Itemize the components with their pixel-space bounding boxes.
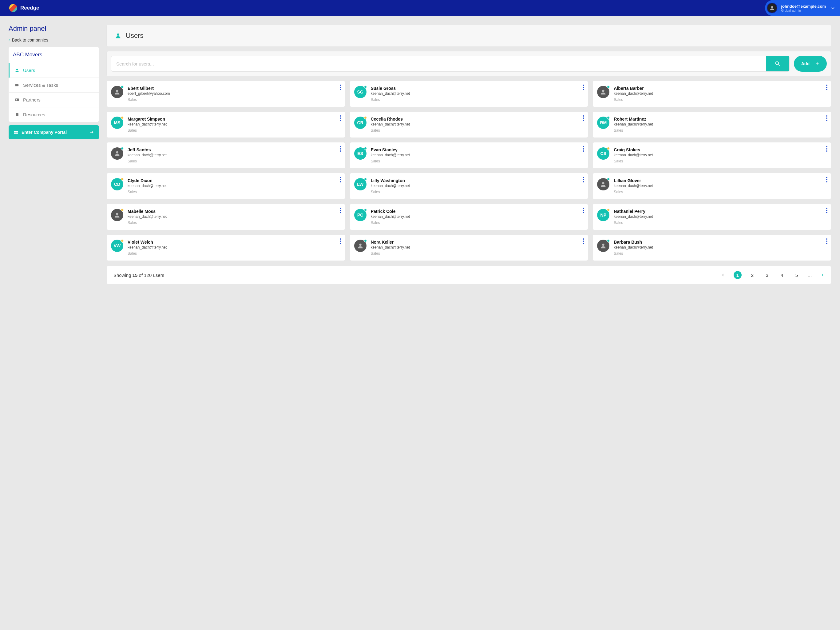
arrow-right-icon: [89, 130, 94, 135]
user-card[interactable]: MSMargaret Simpsonkeenan_dach@terry.netS…: [106, 111, 345, 138]
user-role: Sales: [128, 159, 167, 163]
card-menu-button[interactable]: [826, 207, 827, 213]
card-menu-button[interactable]: [583, 116, 584, 121]
book-icon: [14, 112, 19, 117]
user-card[interactable]: CRCecelia Rhodeskeenan_dach@terry.netSal…: [350, 111, 589, 138]
avatar: CS: [597, 147, 609, 160]
enter-company-portal-button[interactable]: Enter Company Portal: [9, 125, 99, 139]
user-card[interactable]: NPNathaniel Perrykeenan_dach@terry.netSa…: [592, 204, 831, 230]
user-card-body: Nathaniel Perrykeenan_dach@terry.netSale…: [614, 209, 653, 225]
user-card[interactable]: CDClyde Dixonkeenan_dach@terry.netSales: [106, 173, 345, 199]
search-button[interactable]: [766, 56, 789, 71]
user-name: Evan Stanley: [371, 147, 410, 152]
user-card[interactable]: LWLilly Washingtonkeenan_dach@terry.netS…: [350, 173, 589, 199]
user-card-body: Nora Kellerkeenan_dach@terry.netSales: [371, 240, 410, 256]
card-menu-button[interactable]: [583, 146, 584, 152]
user-card[interactable]: Jeff Santoskeenan_dach@terry.netSales: [106, 142, 345, 169]
sidebar-item-resources[interactable]: Resources: [9, 108, 99, 122]
user-card-body: Jeff Santoskeenan_dach@terry.netSales: [128, 147, 167, 163]
user-email: keenan_dach@terry.net: [614, 122, 653, 127]
user-icon: [115, 32, 122, 39]
status-dot-icon: [364, 147, 367, 150]
user-card-body: Patrick Colekeenan_dach@terry.netSales: [371, 209, 410, 225]
sidebar-item-users[interactable]: Users: [9, 63, 99, 78]
user-card[interactable]: RMRobert Martinezkeenan_dach@terry.netSa…: [592, 111, 831, 138]
user-card-body: Margaret Simpsonkeenan_dach@terry.netSal…: [128, 117, 167, 133]
svg-rect-6: [14, 133, 16, 134]
page-number[interactable]: 5: [793, 271, 801, 279]
user-card[interactable]: VWViolet Welchkeenan_dach@terry.netSales: [106, 234, 345, 261]
page-prev-button[interactable]: [721, 272, 727, 278]
user-name: Ebert Gilbert: [128, 86, 170, 91]
user-email: keenan_dach@terry.net: [614, 245, 653, 250]
card-menu-button[interactable]: [340, 85, 341, 90]
sidebar-item-services-tasks[interactable]: Services & Tasks: [9, 78, 99, 93]
user-card[interactable]: Nora Kellerkeenan_dach@terry.netSales: [350, 234, 589, 261]
svg-point-1: [16, 69, 18, 70]
avatar: VW: [111, 240, 123, 252]
add-user-button[interactable]: Add: [794, 56, 827, 72]
page-number[interactable]: 2: [748, 271, 756, 279]
page-title: Users: [126, 32, 143, 40]
status-dot-icon: [364, 85, 367, 88]
user-card[interactable]: Lillian Gloverkeenan_dach@terry.netSales: [592, 173, 831, 199]
svg-point-12: [116, 151, 118, 154]
back-link-label: Back to companies: [12, 38, 48, 43]
card-menu-button[interactable]: [583, 177, 584, 182]
card-menu-button[interactable]: [583, 238, 584, 244]
card-menu-button[interactable]: [826, 238, 827, 244]
user-role: Global admin: [781, 9, 826, 12]
user-email: keenan_dach@terry.net: [128, 214, 167, 219]
card-menu-button[interactable]: [340, 238, 341, 244]
user-card-body: Clyde Dixonkeenan_dach@terry.netSales: [128, 178, 167, 194]
user-card[interactable]: ESEvan Stanleykeenan_dach@terry.netSales: [350, 142, 589, 169]
sidebar-item-label: Partners: [23, 97, 41, 103]
user-card-body: Violet Welchkeenan_dach@terry.netSales: [128, 240, 167, 256]
plus-icon: [815, 62, 819, 66]
user-card[interactable]: Barbara Bushkeenan_dach@terry.netSales: [592, 234, 831, 261]
user-card[interactable]: Mabelle Mosskeenan_dach@terry.netSales: [106, 204, 345, 230]
page-number[interactable]: 1: [734, 271, 742, 279]
user-card[interactable]: SGSusie Grosskeenan_dach@terry.netSales: [350, 81, 589, 107]
page-number[interactable]: 4: [778, 271, 786, 279]
svg-point-0: [771, 6, 773, 8]
card-menu-button[interactable]: [826, 85, 827, 90]
user-email: keenan_dach@terry.net: [128, 184, 167, 188]
card-menu-button[interactable]: [340, 207, 341, 213]
user-email: johndoe@example.com: [781, 4, 826, 9]
card-menu-button[interactable]: [340, 116, 341, 121]
user-card[interactable]: Ebert Gilbertebert_gilbert@yahoo.comSale…: [106, 81, 345, 107]
avatar: [354, 240, 366, 252]
card-menu-button[interactable]: [340, 177, 341, 182]
user-email: keenan_dach@terry.net: [614, 91, 653, 96]
card-menu-button[interactable]: [340, 146, 341, 152]
avatar: [597, 86, 609, 98]
svg-rect-2: [15, 98, 19, 101]
svg-point-9: [775, 62, 778, 65]
user-name: Patrick Cole: [371, 209, 410, 214]
user-card[interactable]: PCPatrick Colekeenan_dach@terry.netSales: [350, 204, 589, 230]
sidebar-item-label: Resources: [23, 112, 45, 117]
search-icon: [775, 60, 781, 67]
card-menu-button[interactable]: [826, 146, 827, 152]
avatar: ES: [354, 147, 366, 160]
page-next-button[interactable]: [819, 272, 824, 278]
card-menu-button[interactable]: [826, 116, 827, 121]
card-menu-button[interactable]: [583, 85, 584, 90]
page-number[interactable]: 3: [763, 271, 771, 279]
card-menu-button[interactable]: [826, 177, 827, 182]
card-menu-button[interactable]: [583, 207, 584, 213]
svg-rect-4: [14, 131, 16, 132]
search-input[interactable]: [111, 56, 766, 71]
user-role: Sales: [371, 128, 410, 133]
user-name: Mabelle Moss: [128, 209, 167, 214]
avatar: LW: [354, 178, 366, 190]
status-dot-icon: [364, 178, 367, 180]
user-role: Sales: [614, 128, 653, 133]
user-card-body: Lilly Washingtonkeenan_dach@terry.netSal…: [371, 178, 410, 194]
user-card[interactable]: Alberta Barberkeenan_dach@terry.netSales: [592, 81, 831, 107]
current-user-chip[interactable]: johndoe@example.com Global admin: [765, 0, 840, 16]
sidebar-item-partners[interactable]: Partners: [9, 93, 99, 108]
user-card[interactable]: CSCraig Stokeskeenan_dach@terry.netSales: [592, 142, 831, 169]
back-to-companies-link[interactable]: ‹ Back to companies: [9, 38, 99, 43]
